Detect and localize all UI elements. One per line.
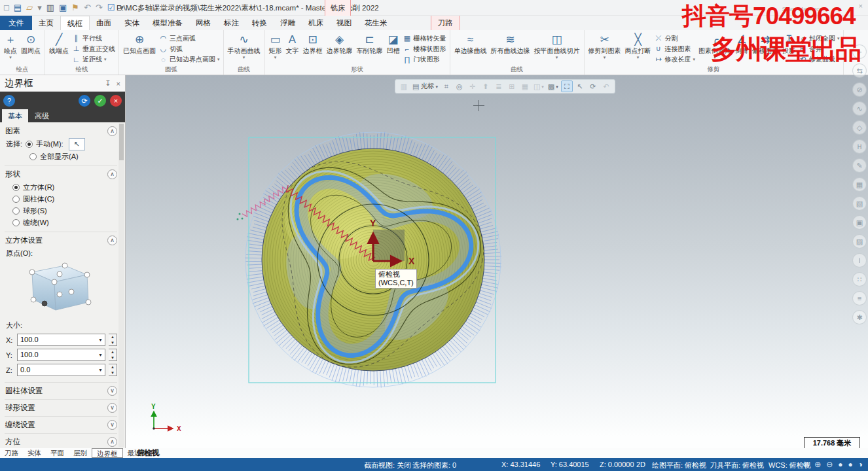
section-wrap-settings[interactable]: 缠绕设置∨ xyxy=(5,417,117,434)
graphics-viewport[interactable]: ▥▤光标▾⌗◎✛⬆≣⊞▦◫▾▩▾⛶↖⟳↶ Y X 俯检视 (WCS,C,T) Y… xyxy=(126,75,868,448)
size-y-field[interactable]: 100.0▼ xyxy=(17,349,105,361)
new-file-icon[interactable]: □ xyxy=(4,3,9,13)
parallel-line-button[interactable]: ∥平行线 xyxy=(71,33,117,43)
rectangle-button[interactable]: ▭矩形▾ xyxy=(267,31,284,60)
size-z-field[interactable]: 0.0▼ xyxy=(17,364,105,376)
ok-icon[interactable]: ✓ xyxy=(94,95,106,107)
ribbon-tab-4[interactable]: 实体 xyxy=(118,16,146,30)
curve-one-edge-button[interactable]: ≈单边缘曲线 xyxy=(452,31,489,56)
section-cylinder-settings[interactable]: 圆柱体设置∨ xyxy=(5,383,117,400)
save-icon[interactable]: ▤ xyxy=(14,3,22,13)
join-entities-button[interactable]: ∪连接图素 xyxy=(653,44,697,54)
stair-shape-button[interactable]: ⌐楼梯状图形 xyxy=(402,44,448,54)
curve-slice-along-plane-button[interactable]: ◫按平面曲线切片▾ xyxy=(532,31,582,60)
fit-to-screen-icon[interactable]: Ｈ xyxy=(852,139,867,154)
chevron-down-icon[interactable]: ▼ xyxy=(96,334,105,345)
select-window-icon[interactable]: ⬆ xyxy=(480,80,492,92)
gview-select-icon[interactable]: ⛶ xyxy=(561,80,573,92)
manual-spline-button[interactable]: ∿手动画曲线▾ xyxy=(226,31,262,60)
size-z-stepper[interactable]: ▲▼ xyxy=(109,364,117,376)
ribbon-tab-1[interactable]: 主页 xyxy=(32,16,60,30)
collapse-icon[interactable]: ∧ xyxy=(107,169,117,179)
select-body-icon[interactable]: ◫▾ xyxy=(532,80,545,92)
manager-tab-边界框[interactable]: 边界框 xyxy=(92,448,123,458)
select-polygon-icon[interactable]: ≣ xyxy=(493,80,505,92)
curve-all-edges-button[interactable]: ≋所有曲线边缘 xyxy=(489,31,532,56)
line-endpoints-button[interactable]: ╱线端点 xyxy=(47,31,71,56)
osnap-icon[interactable]: ◎ xyxy=(454,80,465,92)
turn-profile-button[interactable]: ⊏车削轮廓 xyxy=(355,31,385,56)
modify-length-button[interactable]: ↦修改长度▾ xyxy=(653,54,697,64)
brush-edit-icon[interactable]: ✎ xyxy=(852,158,867,173)
size-x-stepper[interactable]: ▲▼ xyxy=(109,334,117,346)
manager-tab-刀路[interactable]: 刀路 xyxy=(0,448,23,458)
section-sphere-settings[interactable]: 球形设置∨ xyxy=(5,400,117,417)
ribbon-tab-5[interactable]: 模型准备 xyxy=(146,16,189,30)
viewport-settings-icon[interactable]: ✱ xyxy=(852,310,867,324)
pick-arrow-icon[interactable]: ↖ xyxy=(574,80,586,92)
select-window-points-icon[interactable]: ⌗ xyxy=(441,80,452,92)
ribbon-tab-10[interactable]: 机床 xyxy=(302,16,330,30)
radio-show-all[interactable] xyxy=(29,153,37,160)
translucent-view-icon[interactable]: ▧ xyxy=(852,196,867,211)
zoom-flag-icon[interactable]: ⚑ xyxy=(71,3,79,13)
grid-points-icon[interactable]: ∷ xyxy=(852,272,867,287)
manager-tab-实体[interactable]: 实体 xyxy=(23,448,46,458)
manager-tab-层别[interactable]: 层别 xyxy=(69,448,92,458)
print-icon[interactable]: ▥ xyxy=(46,3,54,13)
select-last-icon[interactable]: ▥ xyxy=(398,80,410,92)
cursor-selection-icon[interactable]: ▤光标▾ xyxy=(411,80,439,92)
door-shape-button[interactable]: ∏门状图形 xyxy=(402,54,448,64)
origin-cube-preview[interactable] xyxy=(14,260,99,317)
trim-to-entities-button[interactable]: ✂修剪到图素▾ xyxy=(587,31,623,60)
silhouette-boundary-button[interactable]: ◈边界轮廓 xyxy=(325,31,355,56)
section-curve-icon[interactable]: ∿ xyxy=(852,101,867,116)
tab-advanced[interactable]: 高级 xyxy=(29,109,55,122)
divide-button[interactable]: ⤬分割 xyxy=(653,33,697,43)
status-item-5[interactable]: 2D xyxy=(636,461,645,468)
expand-icon[interactable]: ∨ xyxy=(107,386,117,396)
select-vector-icon[interactable]: ✛ xyxy=(467,80,479,92)
collapse-icon[interactable]: ∧ xyxy=(107,236,117,245)
relief-groove-button[interactable]: ◪凹槽 xyxy=(385,31,402,56)
status-item-8[interactable]: WCS: 俯检视 xyxy=(769,461,811,470)
disable-spin-icon[interactable]: ⊘ xyxy=(852,82,867,97)
status-item-1[interactable]: 选择的图素: 0 xyxy=(412,461,456,470)
status-icon-5[interactable]: ◑ xyxy=(858,460,863,469)
open-file-icon[interactable]: ▱ xyxy=(26,3,33,13)
select-face-icon[interactable]: ▦ xyxy=(519,80,531,92)
tab-basic[interactable]: 基本 xyxy=(2,109,28,122)
letters-button[interactable]: A文字 xyxy=(284,31,301,56)
material-view-icon[interactable]: ▨ xyxy=(852,234,867,249)
radio-manual[interactable] xyxy=(26,141,33,148)
ok-create-new-icon[interactable]: ⟳ xyxy=(79,95,90,107)
radio-cube[interactable] xyxy=(12,184,20,191)
radio-cylinder[interactable] xyxy=(12,196,20,203)
measure-tool-icon[interactable]: Ｉ xyxy=(852,253,867,268)
status-icon-3[interactable]: ● xyxy=(838,460,842,469)
ribbon-tab-3[interactable]: 曲面 xyxy=(90,16,118,30)
shaded-view-icon[interactable]: ▦ xyxy=(852,177,867,192)
ribbon-tab-8[interactable]: 转换 xyxy=(245,16,274,30)
radio-sphere[interactable] xyxy=(12,207,20,215)
cancel-icon[interactable]: × xyxy=(110,95,122,107)
break-two-pieces-button[interactable]: ╳两点打断▾ xyxy=(623,31,653,60)
expand-icon[interactable]: ∨ xyxy=(107,403,117,413)
size-x-field[interactable]: 100.0▼ xyxy=(17,334,105,346)
radio-wrap[interactable] xyxy=(12,219,20,226)
size-y-stepper[interactable]: ▲▼ xyxy=(109,349,117,361)
isometric-view-icon[interactable]: ◇ xyxy=(852,120,867,135)
undo-icon[interactable]: ↶ xyxy=(84,3,91,13)
select-solids-icon[interactable]: ⊞ xyxy=(506,80,518,92)
pin-icon[interactable]: ↧ xyxy=(105,79,111,88)
ribbon-tab-11[interactable]: 视图 xyxy=(330,16,358,30)
ribbon-tab-7[interactable]: 标注 xyxy=(217,16,245,30)
grid-selection-icon[interactable]: ▩▾ xyxy=(547,80,560,92)
manager-tab-平面[interactable]: 平面 xyxy=(46,448,69,458)
collapse-icon[interactable]: ∧ xyxy=(107,437,117,447)
status-icon-1[interactable]: ⊕ xyxy=(814,460,821,469)
ribbon-tab-9[interactable]: 浮雕 xyxy=(274,16,302,30)
status-item-2[interactable]: X: 43.31446 xyxy=(501,461,540,468)
qat-dropdown-icon[interactable]: ▾ xyxy=(37,3,42,13)
status-icon-2[interactable]: ⊖ xyxy=(826,460,833,469)
